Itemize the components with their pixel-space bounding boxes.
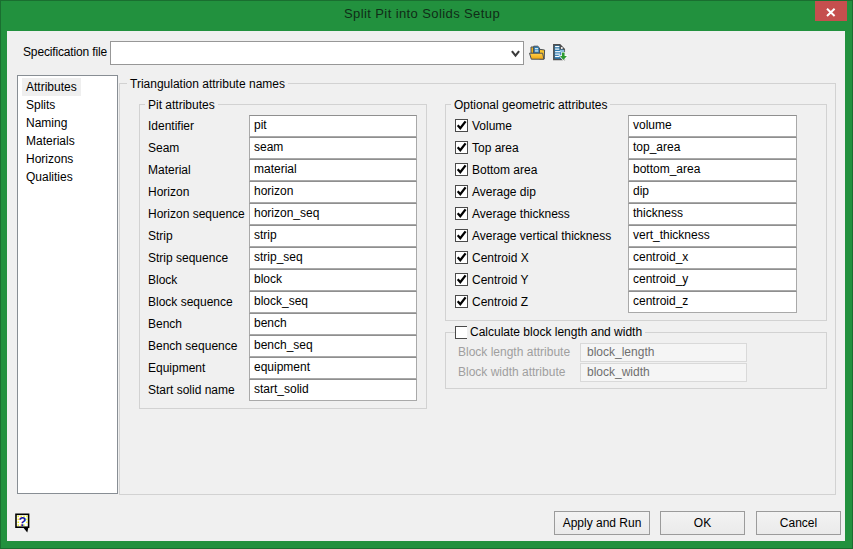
svg-text:?: ? — [18, 514, 26, 529]
